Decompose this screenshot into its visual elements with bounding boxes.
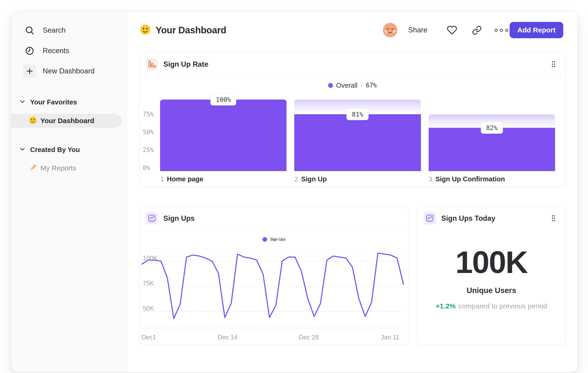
funnel-value-tooltip: 100% <box>210 94 236 106</box>
funnel-value-tooltip: 81% <box>346 108 369 120</box>
more-options-ellipsis-icon[interactable] <box>494 28 509 32</box>
add-report-button[interactable]: Add Report <box>510 22 563 38</box>
copy-link-icon[interactable] <box>472 25 482 35</box>
line-series <box>142 253 403 318</box>
plus-icon <box>23 65 36 78</box>
sidebar-item-label: Search <box>43 26 66 34</box>
funnel-value-tooltip: 82% <box>481 122 503 134</box>
card-header: Sign Up Rate <box>139 52 565 76</box>
legend-overall-value: 67% <box>366 82 377 89</box>
x-axis-tick: Dec1 <box>141 334 156 341</box>
step-index: 3 <box>429 176 432 183</box>
y-axis-tick: 100K <box>143 255 158 262</box>
delta-value: +1.2% <box>436 302 456 310</box>
sidebar-item-label: New Dashboard <box>43 67 94 75</box>
smiley-emoji-icon <box>140 24 151 36</box>
funnel-bar-sign-up[interactable]: 81% <box>294 100 421 171</box>
sidebar-item-label: My Reports <box>40 164 76 172</box>
drag-handle-icon[interactable] <box>551 60 556 68</box>
line-chart-icon <box>423 212 436 224</box>
metric-label: Unique Users <box>417 286 565 295</box>
share-button[interactable]: Share <box>408 26 428 34</box>
sign-ups-card: Sign Ups Sign Ups 100K 75K 50K Dec1 Dec … <box>139 206 409 345</box>
favorite-heart-icon[interactable] <box>447 25 457 35</box>
step-index: 1 <box>160 176 164 183</box>
sidebar-item-my-reports[interactable]: My Reports <box>11 161 122 175</box>
metric-value: 100K <box>417 247 565 278</box>
section-created-by-you[interactable]: Created By You <box>20 145 80 154</box>
sidebar: Search Recents New Dashboard <box>11 11 127 372</box>
y-axis-tick: 50K <box>143 305 154 312</box>
x-axis-line <box>142 328 406 328</box>
card-header: Sign Ups Today <box>417 206 565 230</box>
sidebar-item-label: Your Dashboard <box>40 117 94 125</box>
card-title: Sign Ups <box>163 206 195 230</box>
legend-series-label: Overall <box>336 81 357 89</box>
sign-ups-today-card: Sign Ups Today 100K Unique Users +1.2% c… <box>417 206 566 345</box>
bar-chart-icon <box>146 58 158 71</box>
sidebar-item-search[interactable]: Search <box>11 22 127 39</box>
y-axis-tick: 75K <box>143 280 154 287</box>
funnel-x-axis: 1 Home page 2 Sign Up 3 Sign Up Confirma… <box>160 175 555 183</box>
funnel-bar-solid <box>429 128 555 171</box>
x-axis-tick: Dec 14 <box>218 334 238 341</box>
x-axis-tick: Dec 28 <box>299 334 319 341</box>
step-name: Sign Up Confirmation <box>435 175 505 183</box>
dashboard-title: Your Dashboard <box>156 25 226 35</box>
sidebar-item-label: Recents <box>43 47 69 55</box>
y-axis-tick: 0% <box>143 164 150 171</box>
funnel-plot-area: 100% 81% 82% <box>160 100 555 171</box>
sidebar-item-recents[interactable]: Recents <box>11 43 127 59</box>
x-axis-tick: Jan 11 <box>381 334 399 341</box>
y-axis-tick: 75% <box>143 111 154 118</box>
chevron-down-icon <box>20 100 25 104</box>
sign-up-rate-card: Sign Up Rate Overall · 67% 75% 50% 25% 0… <box>139 52 566 187</box>
funnel-bar-sign-up-confirmation[interactable]: 82% <box>429 100 555 171</box>
card-title: Sign Up Rate <box>163 52 208 76</box>
section-title: Created By You <box>30 146 80 154</box>
line-legend: Sign Ups <box>139 230 408 249</box>
step-name: Home page <box>167 175 203 183</box>
chevron-down-icon <box>20 148 25 152</box>
sign-ups-line-chart <box>142 249 403 328</box>
legend-dot <box>328 83 333 88</box>
delta-note: compared to previous period <box>459 302 547 310</box>
line-plot-area[interactable]: 100K 75K 50K <box>142 249 403 328</box>
legend-series-label: Sign Ups <box>270 237 285 242</box>
section-your-favorites[interactable]: Your Favorites <box>20 97 77 107</box>
app-window: Search Recents New Dashboard <box>11 11 578 373</box>
funnel-legend: Overall · 67% <box>139 81 565 90</box>
user-avatar[interactable] <box>383 23 397 37</box>
funnel-bar-solid <box>294 114 421 171</box>
card-title: Sign Ups Today <box>441 206 495 230</box>
step-name: Sign Up <box>301 175 327 183</box>
search-icon <box>23 24 36 37</box>
y-axis-tick: 25% <box>143 146 154 153</box>
legend-separator: · <box>360 81 363 89</box>
clock-icon <box>23 44 36 57</box>
section-title: Your Favorites <box>30 98 77 106</box>
metric-delta: +1.2% compared to previous period <box>417 302 565 310</box>
funnel-bar-home-page[interactable]: 100% <box>160 100 286 171</box>
funnel-step-label: 3 Sign Up Confirmation <box>429 175 555 183</box>
y-axis-tick: 50% <box>143 129 154 136</box>
card-header: Sign Ups <box>139 206 408 231</box>
sidebar-item-your-dashboard[interactable]: Your Dashboard <box>11 114 122 128</box>
legend-dot <box>262 237 267 242</box>
drag-handle-icon[interactable] <box>551 214 556 222</box>
funnel-step-label: 2 Sign Up <box>294 175 421 183</box>
smiley-emoji-icon <box>29 116 37 125</box>
page-title: Your Dashboard <box>140 24 226 37</box>
sidebar-item-new-dashboard[interactable]: New Dashboard <box>11 63 127 79</box>
line-chart-icon <box>146 212 158 224</box>
funnel-step-label: 1 Home page <box>160 175 286 183</box>
funnel-bar-solid <box>160 100 286 171</box>
step-index: 2 <box>294 176 298 183</box>
pencil-emoji-icon <box>29 163 37 173</box>
